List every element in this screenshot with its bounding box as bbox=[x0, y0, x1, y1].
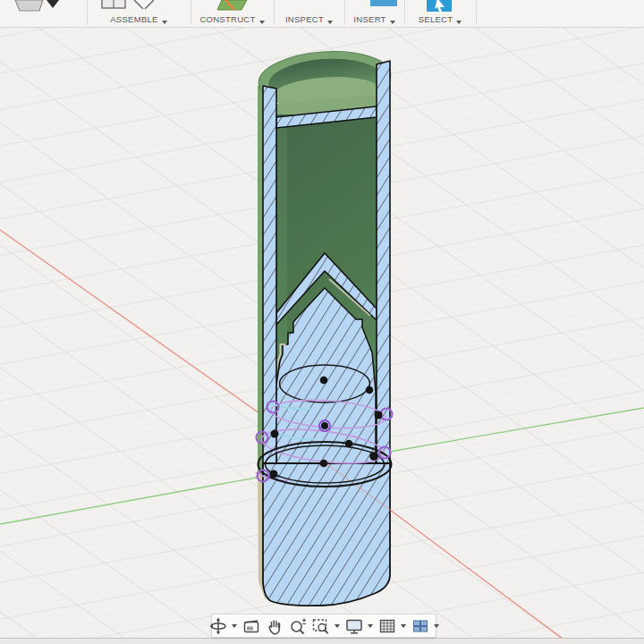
fit-button[interactable] bbox=[310, 615, 332, 637]
menu-insert[interactable]: INSERT bbox=[344, 0, 404, 27]
menu-inspect[interactable]: INSPECT bbox=[274, 0, 344, 27]
menu-label: ASSEMBLE bbox=[110, 15, 158, 24]
menu-label: SELECT bbox=[419, 15, 453, 24]
sketch-point[interactable] bbox=[270, 470, 278, 479]
sketch-point[interactable] bbox=[321, 422, 328, 429]
look-at-button[interactable] bbox=[241, 615, 262, 637]
pan-icon bbox=[265, 616, 284, 636]
sketch-point[interactable] bbox=[320, 377, 328, 385]
grid-dropdown-caret-icon[interactable] bbox=[401, 624, 406, 628]
viewports-icon bbox=[411, 616, 430, 636]
fit-icon bbox=[311, 616, 331, 636]
bottom-block-section[interactable] bbox=[263, 463, 390, 606]
menu-select[interactable]: SELECT bbox=[404, 0, 476, 27]
dropdown-caret-icon[interactable] bbox=[47, 0, 59, 8]
display-dropdown-caret-icon[interactable] bbox=[368, 624, 373, 628]
orbit-dropdown-caret-icon[interactable] bbox=[232, 624, 237, 628]
orbit-button[interactable] bbox=[208, 615, 229, 637]
sketch-tool-icon[interactable] bbox=[15, 0, 43, 11]
pan-button[interactable] bbox=[264, 615, 285, 637]
zoom-button[interactable] bbox=[287, 615, 309, 637]
sketch-point[interactable] bbox=[369, 452, 378, 461]
sketch-point[interactable] bbox=[366, 386, 374, 394]
zoom-icon bbox=[288, 616, 308, 636]
menu-label: INSPECT bbox=[285, 15, 324, 24]
dropdown-caret-icon bbox=[390, 21, 395, 24]
viewport-canvas[interactable] bbox=[0, 27, 644, 638]
viewports-dropdown-caret-icon[interactable] bbox=[434, 624, 439, 628]
display-settings-icon bbox=[344, 616, 364, 636]
view-navigation-bar bbox=[211, 614, 436, 638]
look-at-icon bbox=[242, 616, 261, 636]
right-wall-section[interactable] bbox=[377, 61, 390, 465]
orbit-icon bbox=[208, 616, 228, 636]
menu-label: CONSTRUCT bbox=[199, 15, 255, 24]
grid-and-snaps-button[interactable] bbox=[377, 615, 398, 637]
grid-icon bbox=[377, 616, 397, 636]
menu-assemble[interactable]: ASSEMBLE bbox=[87, 0, 191, 27]
menu-construct[interactable]: CONSTRUCT bbox=[191, 0, 274, 27]
bottom-edge-strip bbox=[0, 638, 644, 644]
menu-label: INSERT bbox=[353, 15, 386, 24]
dropdown-caret-icon bbox=[259, 21, 265, 24]
section-model[interactable] bbox=[257, 47, 393, 606]
viewports-button[interactable] bbox=[410, 615, 431, 637]
sketch-point[interactable] bbox=[375, 411, 383, 419]
fit-dropdown-caret-icon[interactable] bbox=[335, 624, 340, 628]
sketch-point[interactable] bbox=[271, 430, 279, 438]
dropdown-caret-icon bbox=[327, 21, 333, 24]
dropdown-caret-icon bbox=[456, 21, 462, 24]
sketch-point[interactable] bbox=[345, 440, 353, 448]
origin-point[interactable] bbox=[320, 460, 328, 468]
dropdown-caret-icon bbox=[162, 21, 167, 24]
top-toolbar: ASSEMBLE CONSTRUCT INSPECT INSERT SELECT bbox=[0, 0, 644, 28]
display-settings-button[interactable] bbox=[343, 615, 365, 637]
